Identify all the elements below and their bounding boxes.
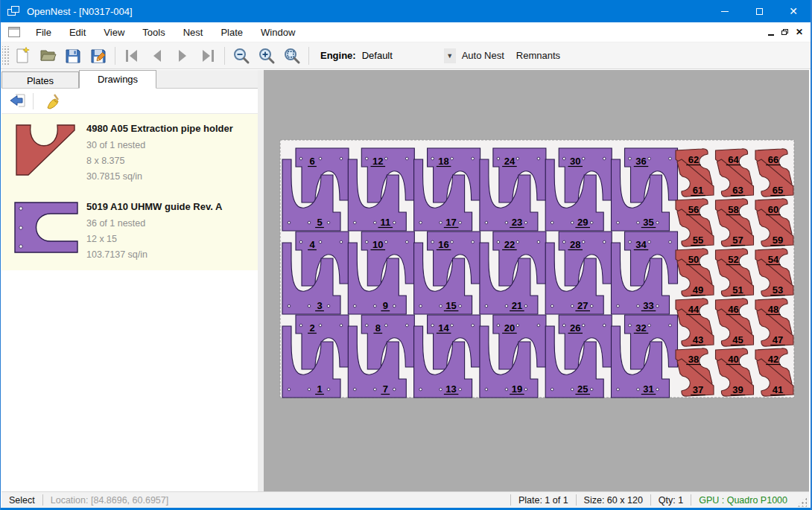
part-number: 64 bbox=[728, 154, 739, 165]
part-number: 18 bbox=[438, 156, 448, 167]
tab-drawings[interactable]: Drawings bbox=[79, 70, 156, 89]
remnants-button[interactable]: Remnants bbox=[510, 46, 566, 65]
part-number: 58 bbox=[728, 204, 738, 215]
part-number: 31 bbox=[643, 383, 653, 395]
zoom-out-button[interactable] bbox=[229, 45, 254, 67]
mdi-minimize-icon[interactable] bbox=[768, 34, 774, 36]
auto-nest-button[interactable]: Auto Nest bbox=[456, 46, 510, 65]
part-number: 56 bbox=[688, 204, 699, 215]
drawing-area: 30.7815 sq/in bbox=[86, 169, 252, 185]
blue-back-arrow-icon bbox=[10, 94, 26, 109]
last-arrow-icon bbox=[199, 48, 217, 64]
status-size: Size: 60 x 120 bbox=[577, 495, 650, 506]
status-gpu: GPU : Quadro P1000 bbox=[691, 495, 795, 506]
next-plate-button[interactable] bbox=[170, 45, 195, 67]
drawing-list-item[interactable]: 5019 A10 UHMW guide Rev. A36 of 1 nested… bbox=[1, 192, 258, 270]
mdi-document-icon[interactable] bbox=[8, 27, 20, 37]
part-number: 41 bbox=[773, 384, 783, 395]
broom-icon bbox=[45, 93, 61, 109]
save-as-button[interactable] bbox=[86, 45, 111, 67]
open-button[interactable] bbox=[35, 45, 60, 67]
menu-item-plate[interactable]: Plate bbox=[212, 24, 252, 41]
part-number: 57 bbox=[732, 235, 743, 246]
part-number: 15 bbox=[445, 300, 456, 311]
zoom-fit-button[interactable] bbox=[279, 45, 305, 67]
drawing-thumbnail bbox=[12, 200, 80, 263]
part-number: 51 bbox=[732, 284, 743, 296]
drawing-area: 103.7137 sq/in bbox=[86, 247, 252, 263]
part-number: 23 bbox=[512, 217, 522, 228]
nest-plate-svg: 6512111817242330293635431091615222128273… bbox=[264, 70, 812, 487]
part-number: 61 bbox=[693, 185, 703, 196]
previous-arrow-icon bbox=[148, 48, 166, 64]
zoom-in-icon bbox=[258, 47, 276, 65]
save-button[interactable] bbox=[60, 45, 86, 67]
part-number: 48 bbox=[768, 304, 778, 315]
menu-item-window[interactable]: Window bbox=[252, 24, 304, 41]
mdi-close-icon[interactable]: ✕ bbox=[796, 27, 803, 37]
mdi-restore-icon[interactable] bbox=[781, 29, 788, 35]
engine-combobox[interactable]: Default ▼ bbox=[361, 47, 456, 65]
first-plate-button[interactable] bbox=[119, 45, 145, 67]
part-number: 59 bbox=[773, 235, 783, 246]
part-number: 49 bbox=[693, 284, 703, 296]
panel-tabstrip: PlatesDrawings bbox=[1, 70, 258, 89]
drawing-list-item[interactable]: 4980 A05 Extraction pipe holder30 of 1 n… bbox=[1, 114, 258, 192]
menu-item-nest[interactable]: Nest bbox=[174, 24, 212, 41]
part-number: 30 bbox=[570, 156, 580, 167]
previous-plate-button[interactable] bbox=[145, 45, 170, 67]
status-location: Location: [84.8696, 60.6957] bbox=[43, 495, 176, 506]
send-back-button[interactable] bbox=[6, 91, 30, 112]
new-button[interactable] bbox=[10, 45, 35, 67]
save-icon bbox=[64, 47, 82, 65]
part-number: 7 bbox=[383, 383, 388, 395]
engine-value: Default bbox=[361, 50, 444, 61]
maximize-button[interactable] bbox=[742, 0, 776, 22]
clear-broom-button[interactable] bbox=[41, 91, 65, 112]
window-title: OpenNest - [N0317-004] bbox=[27, 6, 133, 17]
part-number: 10 bbox=[372, 239, 383, 250]
close-button[interactable]: ✕ bbox=[776, 0, 811, 22]
open-folder-icon bbox=[39, 47, 57, 65]
part-number: 60 bbox=[768, 204, 778, 215]
drawing-thumbnail bbox=[12, 121, 80, 185]
next-arrow-icon bbox=[174, 48, 191, 64]
part-number: 52 bbox=[728, 254, 738, 265]
part-number: 66 bbox=[768, 154, 778, 165]
menu-item-file[interactable]: File bbox=[27, 24, 60, 41]
menu-item-edit[interactable]: Edit bbox=[60, 24, 95, 41]
zoom-in-button[interactable] bbox=[254, 45, 279, 67]
resize-grip[interactable] bbox=[796, 497, 807, 507]
part-number: 37 bbox=[693, 384, 703, 395]
drawing-size: 8 x 8.375 bbox=[86, 153, 252, 169]
last-plate-button[interactable] bbox=[195, 45, 221, 67]
toolbar-grip bbox=[2, 46, 10, 66]
part-number: 62 bbox=[688, 154, 699, 165]
part-number: 17 bbox=[445, 217, 456, 228]
part-number: 38 bbox=[688, 354, 699, 365]
part-number: 16 bbox=[438, 239, 448, 250]
tab-plates[interactable]: Plates bbox=[1, 71, 79, 88]
app-icon bbox=[7, 5, 21, 17]
part-number: 44 bbox=[688, 304, 700, 315]
part-number: 63 bbox=[732, 185, 743, 196]
menu-item-tools[interactable]: Tools bbox=[133, 24, 174, 41]
chevron-down-icon[interactable]: ▼ bbox=[444, 48, 456, 63]
drawing-list: 4980 A05 Extraction pipe holder30 of 1 n… bbox=[1, 114, 258, 491]
part-number: 11 bbox=[380, 217, 390, 228]
part-number: 24 bbox=[504, 156, 516, 167]
nest-canvas[interactable]: 6512111817242330293635431091615222128273… bbox=[264, 70, 809, 491]
first-arrow-icon bbox=[123, 48, 141, 64]
part-number: 28 bbox=[570, 239, 580, 250]
part-number: 42 bbox=[768, 354, 778, 365]
part-number: 19 bbox=[512, 383, 522, 395]
drawing-title: 5019 A10 UHMW guide Rev. A bbox=[86, 201, 252, 212]
part-number: 35 bbox=[643, 217, 653, 228]
part-number: 36 bbox=[635, 156, 646, 167]
part-number: 32 bbox=[635, 322, 646, 334]
title-bar: OpenNest - [N0317-004] ✕ bbox=[1, 0, 811, 22]
drawing-title: 4980 A05 Extraction pipe holder bbox=[86, 123, 252, 134]
part-number: 55 bbox=[693, 235, 703, 246]
menu-item-view[interactable]: View bbox=[95, 24, 133, 41]
minimize-button[interactable] bbox=[708, 0, 742, 22]
